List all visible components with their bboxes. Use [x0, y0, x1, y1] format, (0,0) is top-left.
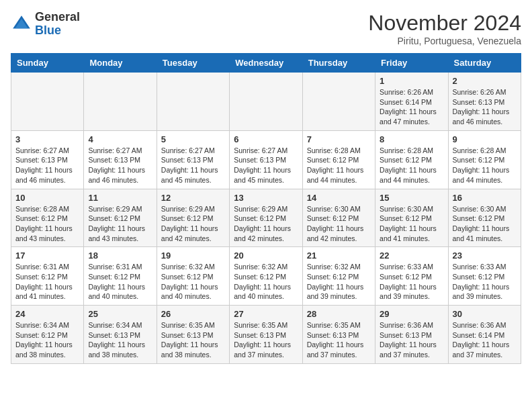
day-number: 28 — [307, 309, 371, 319]
day-info: Sunrise: 6:29 AM Sunset: 6:12 PM Dayligh… — [234, 204, 298, 244]
day-cell-1-6: 9Sunrise: 6:28 AM Sunset: 6:12 PM Daylig… — [448, 130, 521, 189]
day-cell-3-4: 21Sunrise: 6:32 AM Sunset: 6:12 PM Dayli… — [302, 247, 375, 306]
page-header: General Blue November 2024 Piritu, Portu… — [11, 11, 521, 46]
col-saturday: Saturday — [448, 54, 521, 73]
day-info: Sunrise: 6:29 AM Sunset: 6:12 PM Dayligh… — [88, 204, 152, 244]
day-number: 27 — [234, 309, 298, 319]
calendar-table: Sunday Monday Tuesday Wednesday Thursday… — [11, 53, 521, 364]
day-number: 9 — [453, 134, 517, 144]
day-cell-2-4: 14Sunrise: 6:30 AM Sunset: 6:12 PM Dayli… — [302, 189, 375, 247]
day-number: 15 — [380, 193, 443, 203]
day-number: 3 — [15, 134, 79, 144]
day-cell-4-1: 25Sunrise: 6:34 AM Sunset: 6:13 PM Dayli… — [84, 306, 157, 364]
title-block: November 2024 Piritu, Portuguesa, Venezu… — [368, 11, 521, 46]
day-info: Sunrise: 6:35 AM Sunset: 6:13 PM Dayligh… — [161, 320, 225, 360]
day-info: Sunrise: 6:28 AM Sunset: 6:12 PM Dayligh… — [380, 146, 443, 185]
day-info: Sunrise: 6:26 AM Sunset: 6:14 PM Dayligh… — [380, 87, 443, 127]
day-number: 25 — [88, 309, 152, 319]
day-number: 10 — [15, 193, 79, 203]
day-cell-2-3: 13Sunrise: 6:29 AM Sunset: 6:12 PM Dayli… — [230, 189, 302, 247]
day-cell-0-4 — [302, 73, 375, 131]
day-cell-1-0: 3Sunrise: 6:27 AM Sunset: 6:13 PM Daylig… — [11, 130, 84, 189]
day-info: Sunrise: 6:28 AM Sunset: 6:12 PM Dayligh… — [453, 146, 517, 185]
day-cell-1-4: 7Sunrise: 6:28 AM Sunset: 6:12 PM Daylig… — [302, 130, 375, 189]
day-info: Sunrise: 6:27 AM Sunset: 6:13 PM Dayligh… — [234, 146, 298, 185]
day-info: Sunrise: 6:29 AM Sunset: 6:12 PM Dayligh… — [161, 204, 225, 244]
day-cell-0-3 — [230, 73, 302, 131]
day-cell-1-2: 5Sunrise: 6:27 AM Sunset: 6:13 PM Daylig… — [157, 130, 229, 189]
day-number: 1 — [380, 76, 443, 86]
day-cell-0-2 — [157, 73, 229, 131]
day-cell-0-0 — [11, 73, 84, 131]
day-info: Sunrise: 6:36 AM Sunset: 6:13 PM Dayligh… — [380, 320, 443, 360]
day-number: 20 — [234, 250, 298, 261]
calendar-header: Sunday Monday Tuesday Wednesday Thursday… — [11, 54, 521, 73]
day-number: 12 — [161, 193, 225, 203]
weekday-header-row: Sunday Monday Tuesday Wednesday Thursday… — [11, 54, 521, 73]
day-number: 8 — [380, 134, 443, 144]
day-number: 2 — [453, 76, 517, 86]
logo-icon — [11, 13, 32, 35]
month-title: November 2024 — [368, 11, 521, 36]
day-info: Sunrise: 6:35 AM Sunset: 6:13 PM Dayligh… — [234, 320, 298, 360]
calendar-body: 1Sunrise: 6:26 AM Sunset: 6:14 PM Daylig… — [11, 73, 521, 364]
day-info: Sunrise: 6:27 AM Sunset: 6:13 PM Dayligh… — [88, 146, 152, 185]
day-cell-2-1: 11Sunrise: 6:29 AM Sunset: 6:12 PM Dayli… — [84, 189, 157, 247]
day-number: 13 — [234, 193, 298, 203]
col-monday: Monday — [84, 54, 157, 73]
day-cell-3-5: 22Sunrise: 6:33 AM Sunset: 6:12 PM Dayli… — [375, 247, 448, 306]
day-info: Sunrise: 6:34 AM Sunset: 6:13 PM Dayligh… — [88, 320, 152, 360]
day-cell-2-2: 12Sunrise: 6:29 AM Sunset: 6:12 PM Dayli… — [157, 189, 229, 247]
day-cell-4-4: 28Sunrise: 6:35 AM Sunset: 6:13 PM Dayli… — [302, 306, 375, 364]
day-number: 5 — [161, 134, 225, 144]
week-row-2: 10Sunrise: 6:28 AM Sunset: 6:12 PM Dayli… — [11, 189, 521, 247]
day-number: 22 — [380, 250, 443, 261]
day-number: 6 — [234, 134, 298, 144]
day-info: Sunrise: 6:32 AM Sunset: 6:12 PM Dayligh… — [234, 262, 298, 302]
day-cell-4-6: 30Sunrise: 6:36 AM Sunset: 6:14 PM Dayli… — [448, 306, 521, 364]
day-cell-4-0: 24Sunrise: 6:34 AM Sunset: 6:12 PM Dayli… — [11, 306, 84, 364]
day-number: 11 — [88, 193, 152, 203]
logo-text: General Blue — [35, 11, 80, 38]
week-row-1: 3Sunrise: 6:27 AM Sunset: 6:13 PM Daylig… — [11, 130, 521, 189]
day-number: 17 — [15, 250, 79, 261]
day-info: Sunrise: 6:31 AM Sunset: 6:12 PM Dayligh… — [88, 262, 152, 302]
day-cell-2-5: 15Sunrise: 6:30 AM Sunset: 6:12 PM Dayli… — [375, 189, 448, 247]
col-wednesday: Wednesday — [230, 54, 302, 73]
day-number: 29 — [380, 309, 443, 319]
day-info: Sunrise: 6:32 AM Sunset: 6:12 PM Dayligh… — [161, 262, 225, 302]
day-info: Sunrise: 6:31 AM Sunset: 6:12 PM Dayligh… — [15, 262, 79, 302]
logo: General Blue — [11, 11, 80, 38]
day-info: Sunrise: 6:33 AM Sunset: 6:12 PM Dayligh… — [453, 262, 517, 302]
week-row-3: 17Sunrise: 6:31 AM Sunset: 6:12 PM Dayli… — [11, 247, 521, 306]
day-info: Sunrise: 6:28 AM Sunset: 6:12 PM Dayligh… — [307, 146, 371, 185]
day-cell-4-5: 29Sunrise: 6:36 AM Sunset: 6:13 PM Dayli… — [375, 306, 448, 364]
day-info: Sunrise: 6:34 AM Sunset: 6:12 PM Dayligh… — [15, 320, 79, 360]
day-info: Sunrise: 6:32 AM Sunset: 6:12 PM Dayligh… — [307, 262, 371, 302]
day-info: Sunrise: 6:35 AM Sunset: 6:13 PM Dayligh… — [307, 320, 371, 360]
day-cell-1-5: 8Sunrise: 6:28 AM Sunset: 6:12 PM Daylig… — [375, 130, 448, 189]
day-cell-2-6: 16Sunrise: 6:30 AM Sunset: 6:12 PM Dayli… — [448, 189, 521, 247]
day-info: Sunrise: 6:26 AM Sunset: 6:13 PM Dayligh… — [453, 87, 517, 127]
day-number: 18 — [88, 250, 152, 261]
day-cell-2-0: 10Sunrise: 6:28 AM Sunset: 6:12 PM Dayli… — [11, 189, 84, 247]
day-info: Sunrise: 6:30 AM Sunset: 6:12 PM Dayligh… — [380, 204, 443, 244]
logo-general: General — [35, 10, 80, 24]
location: Piritu, Portuguesa, Venezuela — [368, 36, 521, 46]
week-row-4: 24Sunrise: 6:34 AM Sunset: 6:12 PM Dayli… — [11, 306, 521, 364]
day-number: 26 — [161, 309, 225, 319]
day-cell-0-1 — [84, 73, 157, 131]
day-cell-0-6: 2Sunrise: 6:26 AM Sunset: 6:13 PM Daylig… — [448, 73, 521, 131]
day-cell-3-6: 23Sunrise: 6:33 AM Sunset: 6:12 PM Dayli… — [448, 247, 521, 306]
day-number: 4 — [88, 134, 152, 144]
day-number: 7 — [307, 134, 371, 144]
day-cell-3-1: 18Sunrise: 6:31 AM Sunset: 6:12 PM Dayli… — [84, 247, 157, 306]
day-number: 21 — [307, 250, 371, 261]
col-tuesday: Tuesday — [157, 54, 229, 73]
day-cell-0-5: 1Sunrise: 6:26 AM Sunset: 6:14 PM Daylig… — [375, 73, 448, 131]
logo-blue: Blue — [35, 24, 61, 37]
day-info: Sunrise: 6:27 AM Sunset: 6:13 PM Dayligh… — [15, 146, 79, 185]
day-info: Sunrise: 6:30 AM Sunset: 6:12 PM Dayligh… — [307, 204, 371, 244]
day-cell-1-1: 4Sunrise: 6:27 AM Sunset: 6:13 PM Daylig… — [84, 130, 157, 189]
day-cell-4-3: 27Sunrise: 6:35 AM Sunset: 6:13 PM Dayli… — [230, 306, 302, 364]
